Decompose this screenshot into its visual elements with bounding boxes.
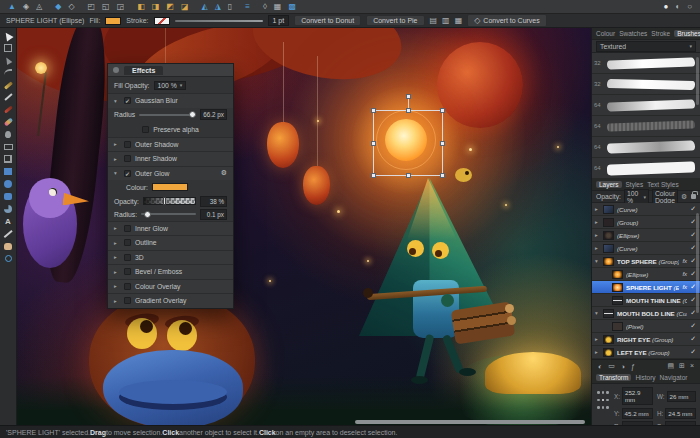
selection-handle[interactable] xyxy=(440,141,445,146)
snap-object-icon[interactable]: ◨ xyxy=(152,3,160,11)
tab-brushes[interactable]: Brushes xyxy=(674,30,700,37)
layer-row-top-sphere[interactable]: ▾ TOP SPHERE (Group) fx ✓ xyxy=(592,255,700,268)
slider-thumb[interactable] xyxy=(189,111,196,118)
expander-icon[interactable]: ▾ xyxy=(114,98,120,104)
add-layer-icon[interactable]: ⊞ xyxy=(679,362,685,370)
fill-tool[interactable] xyxy=(3,130,14,139)
expander-icon[interactable]: ▸ xyxy=(114,269,120,275)
layer-row[interactable]: (Ellipse) fx ✓ xyxy=(592,268,700,281)
insert-inside-icon[interactable]: ▥ xyxy=(442,16,450,25)
transform-points-icon[interactable]: ◲ xyxy=(117,3,125,11)
layer-row-mouth-bold-line[interactable]: ▾ MOUTH BOLD LINE (Curve) ✓ xyxy=(592,307,700,320)
expander-icon[interactable]: ▸ xyxy=(114,156,120,162)
insert-on-top-icon[interactable]: ▦ xyxy=(455,16,463,25)
layer-visibility-check[interactable]: ✓ xyxy=(690,322,696,330)
layer-row-left-eye[interactable]: ▸ LEFT EYE (Group) ✓ xyxy=(592,346,700,359)
expander-icon[interactable]: ▾ xyxy=(114,170,120,176)
gaussian-blur-section[interactable]: ▾ ✓ Gaussian Blur xyxy=(108,93,233,108)
tab-navigator[interactable]: Navigator xyxy=(660,374,688,381)
layer-row[interactable]: ▸ (Curve) ✓ xyxy=(592,242,700,255)
stroke-swatch[interactable] xyxy=(154,17,170,25)
expander-icon[interactable]: ▸ xyxy=(595,206,600,212)
convert-to-pie-button[interactable]: Convert to Pie xyxy=(366,15,424,26)
layer-visibility-check[interactable]: ✓ xyxy=(690,348,696,356)
effects-panel-header[interactable]: Effects xyxy=(108,64,233,77)
threed-checkbox[interactable] xyxy=(124,254,131,261)
symbols-icon[interactable]: ▩ xyxy=(288,3,296,11)
brush-item[interactable]: 64 xyxy=(592,137,700,158)
expander-icon[interactable]: ▸ xyxy=(114,141,120,147)
adjustment-layer-icon[interactable]: ◑ xyxy=(621,363,625,370)
view-vector-icon[interactable]: ● xyxy=(663,3,668,11)
layer-row-right-eye[interactable]: ▸ RIGHT EYE (Group) ✓ xyxy=(592,333,700,346)
tab-history[interactable]: History xyxy=(635,374,655,381)
node-tool[interactable] xyxy=(3,56,14,65)
snap-grid-icon[interactable]: ◧ xyxy=(137,3,145,11)
selection-handle[interactable] xyxy=(371,141,376,146)
tab-colour[interactable]: Colour xyxy=(596,30,615,37)
hand-tool[interactable] xyxy=(3,242,14,251)
preserve-alpha-checkbox[interactable] xyxy=(142,126,149,133)
crop-tool[interactable] xyxy=(3,155,14,164)
layer-fx-badge[interactable]: fx xyxy=(682,258,687,264)
shape-filled-icon[interactable]: ◆ xyxy=(55,3,61,11)
tab-transform[interactable]: Transform xyxy=(596,374,631,381)
insert-behind-icon[interactable]: ▤ xyxy=(430,16,438,25)
colour-overlay-checkbox[interactable] xyxy=(124,283,131,290)
layer-row[interactable]: ▸ (Curve) ✓ xyxy=(592,203,700,216)
rotation-handle[interactable] xyxy=(406,94,411,99)
bevel-emboss-section[interactable]: ▸ Bevel / Emboss xyxy=(108,264,233,279)
inner-shadow-checkbox[interactable] xyxy=(124,155,131,162)
layer-row[interactable]: (Pixel) ✓ xyxy=(592,320,700,333)
flip-vertical-icon[interactable]: ◮ xyxy=(215,3,221,11)
layer-visibility-check[interactable]: ✓ xyxy=(690,335,696,343)
brush-list-scrollbar[interactable] xyxy=(696,57,699,105)
layer-row[interactable]: ▸ (Ellipse) ✓ xyxy=(592,229,700,242)
inner-glow-section[interactable]: ▸ Inner Glow xyxy=(108,221,233,236)
export-persona-icon[interactable]: ◬ xyxy=(36,3,42,11)
tab-stroke[interactable]: Stroke xyxy=(651,30,670,37)
inner-glow-checkbox[interactable] xyxy=(124,225,131,232)
selection-handle[interactable] xyxy=(371,108,376,113)
layer-fx-badge[interactable]: fx xyxy=(682,284,687,290)
y-field[interactable]: 45.2 mm xyxy=(622,408,653,419)
outer-shadow-section[interactable]: ▸ Outer Shadow xyxy=(108,137,233,152)
expander-icon[interactable]: ▸ xyxy=(595,245,600,251)
rounded-rectangle-tool[interactable] xyxy=(3,192,14,201)
close-icon[interactable] xyxy=(113,67,119,73)
canvas-horizontal-scrollbar[interactable] xyxy=(355,420,585,424)
colour-overlay-section[interactable]: ▸ Colour Overlay xyxy=(108,279,233,294)
brush-tool[interactable] xyxy=(3,105,14,114)
expander-icon[interactable]: ▸ xyxy=(114,254,120,260)
tab-styles[interactable]: Styles xyxy=(626,181,644,188)
brush-item[interactable]: 64 xyxy=(592,95,700,116)
lock-icon[interactable] xyxy=(691,194,696,199)
ellipse-tool[interactable] xyxy=(3,180,14,189)
brush-category-dropdown[interactable]: Textured ▾ xyxy=(596,41,696,52)
gear-icon[interactable]: ⚙ xyxy=(681,193,687,201)
line-tool[interactable] xyxy=(3,229,14,238)
fill-swatch[interactable] xyxy=(105,17,121,25)
convert-to-curves-button[interactable]: ◇ Convert to Curves xyxy=(467,14,547,27)
shape-outline-icon[interactable]: ◇ xyxy=(68,3,74,11)
outer-glow-radius-value[interactable]: 0.1 px xyxy=(200,209,227,220)
threed-section[interactable]: ▸ 3D xyxy=(108,250,233,265)
rectangle-tool[interactable] xyxy=(3,167,14,176)
gaussian-blur-checkbox[interactable]: ✓ xyxy=(124,97,131,104)
selection-bounding-box[interactable] xyxy=(373,110,443,176)
layer-row-mouth-thin-line[interactable]: MOUTH THIN LINE (Curve) ✓ xyxy=(592,294,700,307)
stroke-width-value[interactable]: 1 pt xyxy=(268,15,290,26)
gradient-overlay-section[interactable]: ▸ Gradient Overlay xyxy=(108,293,233,308)
transform-selection-icon[interactable]: ◱ xyxy=(102,3,110,11)
outer-glow-radius-slider[interactable] xyxy=(141,213,196,215)
move-tool[interactable] xyxy=(3,31,14,40)
h-field[interactable]: 24.5 mm xyxy=(665,408,696,419)
selection-handle[interactable] xyxy=(406,173,411,178)
tab-text-styles[interactable]: Text Styles xyxy=(647,181,678,188)
flip-horizontal-icon[interactable]: ◭ xyxy=(201,3,207,11)
x-field[interactable]: 252.9 mm xyxy=(622,387,653,405)
pencil-tool[interactable] xyxy=(3,81,14,90)
selection-handle[interactable] xyxy=(440,108,445,113)
selection-handle[interactable] xyxy=(440,173,445,178)
vector-brush-tool[interactable] xyxy=(3,118,14,127)
